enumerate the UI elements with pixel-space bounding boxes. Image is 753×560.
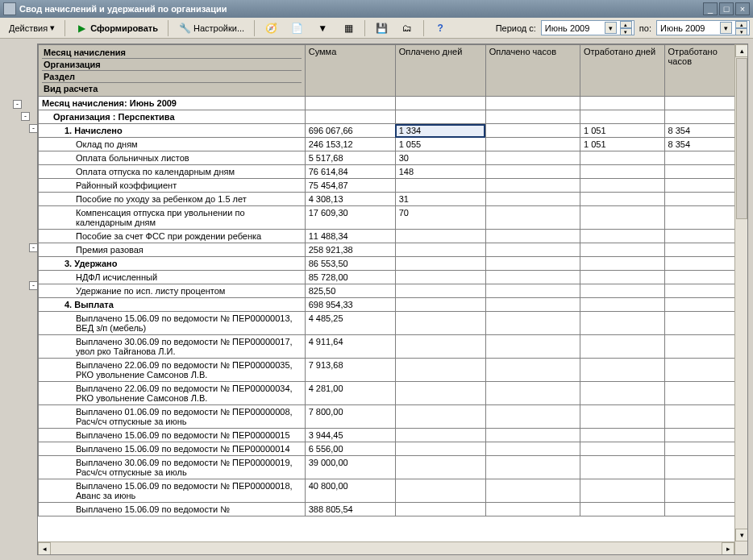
cell-c[interactable]: [580, 110, 665, 124]
tool-button-2[interactable]: 📄: [285, 19, 309, 37]
cell-sum[interactable]: 696 067,66: [305, 124, 395, 138]
tree-collapse-button[interactable]: -: [21, 112, 30, 121]
table-row[interactable]: Пособие по уходу за ребенком до 1.5 лет4…: [39, 193, 747, 206]
spin-up-button[interactable]: ▴: [735, 21, 747, 28]
spin-down-button[interactable]: ▾: [735, 28, 747, 35]
table-row[interactable]: Премия разовая258 921,38: [39, 243, 747, 257]
cell-c[interactable]: [580, 151, 665, 165]
cell-a[interactable]: [395, 335, 485, 359]
table-row[interactable]: 1. Начислено696 067,661 3341 0518 354: [39, 124, 747, 138]
cell-a[interactable]: [395, 298, 485, 312]
cell-c[interactable]: [580, 179, 665, 193]
cell-b[interactable]: [485, 335, 580, 359]
cell-a[interactable]: [395, 97, 485, 110]
cell-b[interactable]: [485, 165, 580, 179]
cell-c[interactable]: [580, 312, 665, 335]
cell-b[interactable]: [485, 151, 580, 165]
cell-sum[interactable]: 86 553,50: [305, 257, 395, 271]
tool-button-5[interactable]: 💾: [369, 19, 393, 37]
table-row[interactable]: Выплачено 15.06.09 по ведомости № ПЕР000…: [39, 442, 747, 456]
tool-button-4[interactable]: ▦: [336, 19, 360, 37]
cell-a[interactable]: [395, 429, 485, 442]
restore-button[interactable]: □: [719, 2, 734, 15]
cell-b[interactable]: [485, 479, 580, 503]
cell-a[interactable]: 1 055: [395, 138, 485, 151]
tree-collapse-button[interactable]: -: [13, 100, 22, 109]
cell-a[interactable]: [395, 312, 485, 335]
table-row[interactable]: Выплачено 30.06.09 по ведомости № ПЕР000…: [39, 335, 747, 359]
help-button[interactable]: ?: [428, 19, 452, 37]
tool-button-3[interactable]: ▼: [310, 19, 335, 37]
table-row[interactable]: Удержание по исп. листу процентом825,50: [39, 284, 747, 298]
cell-sum[interactable]: 11 488,34: [305, 230, 395, 243]
table-row[interactable]: Компенсация отпуска при увольнении по ка…: [39, 206, 747, 230]
cell-a[interactable]: [395, 456, 485, 479]
cell-a[interactable]: [395, 243, 485, 257]
cell-a[interactable]: [395, 257, 485, 271]
actions-menu[interactable]: Действия ▾: [3, 19, 60, 37]
cell-c[interactable]: [580, 206, 665, 230]
cell-b[interactable]: [485, 298, 580, 312]
cell-c[interactable]: [580, 193, 665, 206]
table-row[interactable]: Пособие за счет ФСС при рождении ребенка…: [39, 230, 747, 243]
cell-c[interactable]: [580, 257, 665, 271]
cell-b[interactable]: [485, 97, 580, 110]
cell-c[interactable]: [580, 405, 665, 429]
cell-c[interactable]: [580, 298, 665, 312]
cell-b[interactable]: [485, 257, 580, 271]
cell-sum[interactable]: 5 517,68: [305, 151, 395, 165]
dropdown-button[interactable]: ▾: [605, 22, 617, 34]
cell-b[interactable]: [485, 230, 580, 243]
cell-c[interactable]: 1 051: [580, 138, 665, 151]
cell-b[interactable]: [485, 110, 580, 124]
cell-sum[interactable]: 698 954,33: [305, 298, 395, 312]
table-row[interactable]: Выплачено 22.06.09 по ведомости № ПЕР000…: [39, 382, 747, 405]
cell-sum[interactable]: 388 805,54: [305, 503, 395, 516]
cell-a[interactable]: 148: [395, 165, 485, 179]
table-row[interactable]: Месяц начисления: Июнь 2009: [39, 97, 747, 110]
table-row[interactable]: Организация : Перспектива: [39, 110, 747, 124]
cell-sum[interactable]: 76 614,84: [305, 165, 395, 179]
cell-a[interactable]: 70: [395, 206, 485, 230]
cell-a[interactable]: [395, 110, 485, 124]
table-row[interactable]: 4. Выплата698 954,33: [39, 298, 747, 312]
table-row[interactable]: Районный коэффициент75 454,87: [39, 179, 747, 193]
period-from-dropdown[interactable]: Июнь 2009 ▾ ▴ ▾: [541, 20, 634, 35]
close-button[interactable]: ×: [735, 2, 750, 15]
cell-c[interactable]: [580, 429, 665, 442]
cell-c[interactable]: 1 051: [580, 124, 665, 138]
cell-sum[interactable]: 4 281,00: [305, 382, 395, 405]
table-row[interactable]: Выплачено 30.06.09 по ведомости № ПЕР000…: [39, 456, 747, 479]
settings-button[interactable]: 🔧 Настройки...: [173, 19, 250, 37]
table-row[interactable]: Оклад по дням246 153,121 0551 0518 354: [39, 138, 747, 151]
cell-sum[interactable]: 825,50: [305, 284, 395, 298]
cell-c[interactable]: [580, 503, 665, 516]
cell-c[interactable]: [580, 271, 665, 284]
cell-sum[interactable]: 3 944,45: [305, 429, 395, 442]
cell-b[interactable]: [485, 193, 580, 206]
cell-b[interactable]: [485, 243, 580, 257]
tool-button-6[interactable]: 🗂: [395, 19, 419, 37]
cell-a[interactable]: 1 334: [395, 124, 485, 138]
cell-b[interactable]: [485, 284, 580, 298]
cell-sum[interactable]: 258 921,38: [305, 243, 395, 257]
scroll-thumb[interactable]: [736, 58, 747, 219]
tool-button-1[interactable]: 🧭: [259, 19, 283, 37]
cell-a[interactable]: [395, 230, 485, 243]
cell-b[interactable]: [485, 456, 580, 479]
cell-c[interactable]: [580, 479, 665, 503]
cell-a[interactable]: [395, 382, 485, 405]
cell-b[interactable]: [485, 271, 580, 284]
cell-sum[interactable]: 7 800,00: [305, 405, 395, 429]
cell-sum[interactable]: [305, 110, 395, 124]
cell-b[interactable]: [485, 442, 580, 456]
scroll-down-button[interactable]: ▾: [735, 529, 748, 541]
cell-c[interactable]: [580, 359, 665, 382]
cell-b[interactable]: [485, 429, 580, 442]
table-row[interactable]: 3. Удержано86 553,50: [39, 257, 747, 271]
form-button[interactable]: ▶ Сформировать: [69, 19, 164, 37]
cell-sum[interactable]: 7 913,68: [305, 359, 395, 382]
cell-a[interactable]: [395, 442, 485, 456]
cell-a[interactable]: 31: [395, 193, 485, 206]
cell-b[interactable]: [485, 382, 580, 405]
